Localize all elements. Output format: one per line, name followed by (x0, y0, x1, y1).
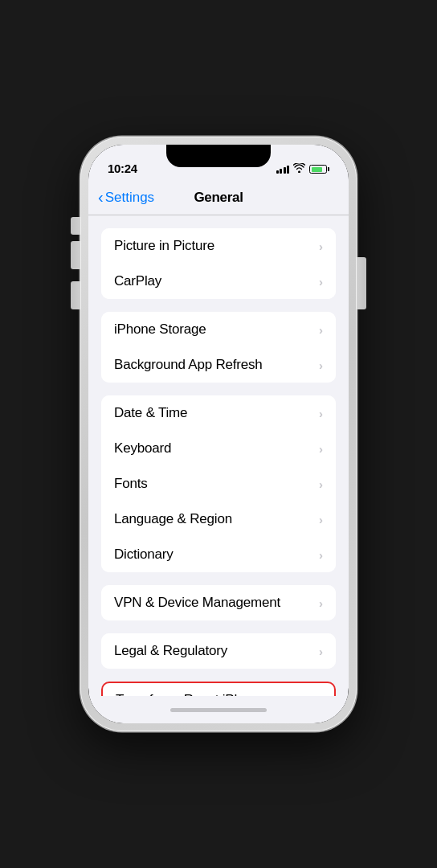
settings-group-4: VPN & Device Management › (88, 585, 349, 620)
screen: 10:24 (88, 145, 349, 723)
wifi-icon (293, 163, 305, 175)
fonts-label: Fonts (114, 476, 148, 492)
chevron-right-icon: › (319, 240, 323, 253)
signal-bar-4 (287, 166, 289, 174)
iphone-storage-label: iPhone Storage (114, 321, 206, 338)
settings-list-5: Legal & Regulatory › (101, 633, 336, 669)
settings-item-transfer-reset[interactable]: Transfer or Reset iPhone › (101, 682, 336, 696)
settings-item-iphone-storage[interactable]: iPhone Storage › (101, 312, 336, 347)
legal-regulatory-label: Legal & Regulatory (114, 643, 227, 659)
power-button (357, 257, 366, 309)
background-app-refresh-label: Background App Refresh (114, 357, 263, 373)
settings-group-1: Picture in Picture › CarPlay › (88, 228, 349, 299)
signal-bar-2 (280, 169, 282, 174)
settings-list-3: Date & Time › Keyboard › Fonts › Langu (101, 395, 336, 572)
settings-item-picture-in-picture[interactable]: Picture in Picture › (101, 228, 336, 264)
language-region-label: Language & Region (114, 511, 232, 527)
volume-down-button (71, 281, 80, 309)
home-bar (170, 708, 267, 712)
battery-tip (328, 167, 329, 171)
settings-group-transfer: Transfer or Reset iPhone › (88, 682, 349, 696)
settings-item-background-app-refresh[interactable]: Background App Refresh › (101, 347, 336, 383)
chevron-right-icon: › (319, 477, 323, 491)
chevron-right-icon: › (319, 323, 323, 337)
settings-scroll-area[interactable]: Picture in Picture › CarPlay › iPhone St… (88, 215, 349, 696)
chevron-right-icon: › (319, 442, 323, 456)
back-button-label: Settings (105, 190, 154, 206)
home-indicator (88, 696, 349, 723)
battery-fill (312, 167, 323, 172)
signal-bar-1 (276, 170, 279, 174)
settings-item-fonts[interactable]: Fonts › (101, 466, 336, 502)
signal-bar-3 (284, 167, 286, 174)
settings-item-vpn[interactable]: VPN & Device Management › (101, 585, 336, 620)
settings-group-2: iPhone Storage › Background App Refresh … (88, 312, 349, 383)
picture-in-picture-label: Picture in Picture (114, 238, 214, 254)
settings-group-5: Legal & Regulatory › (88, 633, 349, 669)
settings-item-language-region[interactable]: Language & Region › (101, 502, 336, 537)
page-title: General (194, 190, 243, 206)
battery-body (309, 165, 327, 174)
settings-item-dictionary[interactable]: Dictionary › (101, 537, 336, 572)
chevron-right-icon: › (319, 596, 323, 610)
settings-item-date-time[interactable]: Date & Time › (101, 395, 336, 431)
settings-item-keyboard[interactable]: Keyboard › (101, 431, 336, 466)
notch (166, 145, 271, 167)
dictionary-label: Dictionary (114, 547, 174, 563)
keyboard-label: Keyboard (114, 440, 171, 457)
battery-icon (309, 165, 329, 174)
chevron-right-icon: › (319, 513, 323, 526)
phone-screen: 10:24 (88, 145, 349, 723)
back-button[interactable]: ‹ Settings (98, 190, 154, 206)
settings-group-3: Date & Time › Keyboard › Fonts › Langu (88, 395, 349, 572)
phone-frame: 10:24 (80, 137, 357, 731)
settings-item-carplay[interactable]: CarPlay › (101, 264, 336, 299)
chevron-right-icon: › (319, 407, 323, 420)
vpn-label: VPN & Device Management (114, 595, 280, 611)
chevron-right-icon: › (319, 275, 323, 289)
date-time-label: Date & Time (114, 405, 187, 421)
chevron-right-icon: › (319, 358, 323, 372)
settings-list-4: VPN & Device Management › (101, 585, 336, 620)
volume-up-button (71, 241, 80, 269)
silent-switch (71, 217, 80, 235)
nav-bar: ‹ Settings General (88, 180, 349, 215)
chevron-right-icon: › (319, 548, 323, 562)
settings-list-2: iPhone Storage › Background App Refresh … (101, 312, 336, 383)
settings-item-legal-regulatory[interactable]: Legal & Regulatory › (101, 633, 336, 669)
signal-bars (276, 166, 290, 174)
chevron-right-icon: › (319, 645, 323, 658)
settings-list-1: Picture in Picture › CarPlay › (101, 228, 336, 299)
carplay-label: CarPlay (114, 273, 161, 289)
status-time: 10:24 (108, 162, 137, 175)
status-icons (276, 163, 330, 175)
back-chevron-icon: ‹ (98, 189, 104, 205)
